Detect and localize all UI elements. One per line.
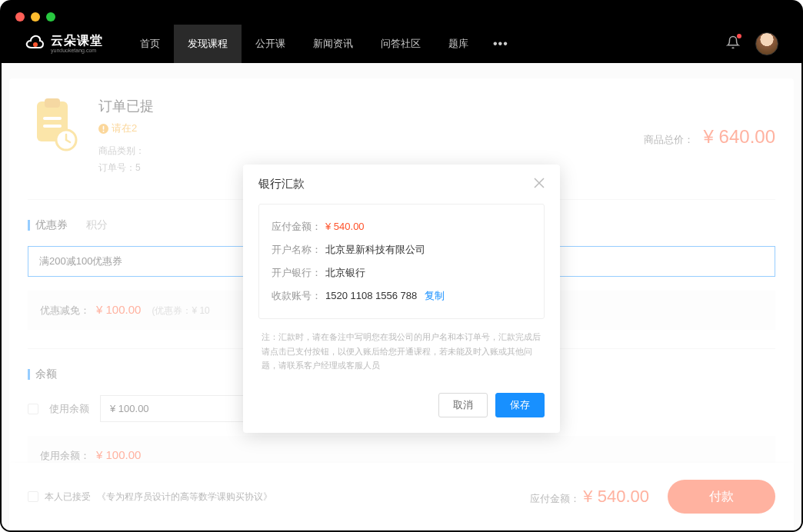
logo-subtext: yunduoketang.com — [51, 48, 103, 53]
app-header: 云朵课堂 yunduoketang.com 首页 发现课程 公开课 新闻资讯 问… — [2, 2, 801, 63]
logo[interactable]: 云朵课堂 yunduoketang.com — [25, 35, 103, 53]
account-name-label: 开户名称： — [272, 243, 325, 257]
account-no-value: 1520 1108 1556 788 — [325, 290, 417, 301]
window-maximize-dot[interactable] — [46, 12, 55, 22]
save-button[interactable]: 保存 — [495, 393, 545, 417]
more-icon: ••• — [493, 37, 508, 51]
nav-more[interactable]: ••• — [482, 25, 519, 63]
notification-dot — [737, 34, 741, 38]
nav-home[interactable]: 首页 — [126, 25, 174, 63]
cloud-logo-icon — [25, 35, 46, 53]
nav-news[interactable]: 新闻资讯 — [299, 25, 367, 63]
svg-point-0 — [33, 42, 38, 47]
close-icon — [534, 178, 545, 188]
user-avatar[interactable] — [755, 32, 778, 55]
copy-button[interactable]: 复制 — [425, 289, 445, 303]
cancel-button[interactable]: 取消 — [438, 393, 488, 417]
nav-bank[interactable]: 题库 — [435, 25, 482, 63]
window-close-dot[interactable] — [15, 12, 25, 22]
window-minimize-dot[interactable] — [31, 12, 40, 22]
nav-discover[interactable]: 发现课程 — [174, 25, 242, 63]
bank-label: 开户银行： — [272, 266, 325, 280]
bank-value: 北京银行 — [325, 266, 365, 280]
modal-title: 银行汇款 — [258, 177, 305, 191]
bank-info-box: 应付金额： ¥ 540.00 开户名称： 北京昱新科技有限公司 开户银行： 北京… — [258, 204, 545, 319]
amount-label: 应付金额： — [272, 220, 325, 234]
notifications-button[interactable] — [726, 35, 740, 52]
nav-qa[interactable]: 问答社区 — [367, 25, 435, 63]
logo-text: 云朵课堂 — [51, 35, 103, 47]
amount-value: ¥ 540.00 — [325, 221, 365, 232]
account-name-value: 北京昱新科技有限公司 — [325, 243, 425, 257]
account-no-label: 收款账号： — [272, 289, 325, 303]
nav-public[interactable]: 公开课 — [242, 25, 299, 63]
bank-transfer-modal: 银行汇款 应付金额： ¥ 540.00 开户名称： 北京昱新科技有限公司 — [243, 165, 560, 433]
main-nav: 首页 发现课程 公开课 新闻资讯 问答社区 题库 ••• — [126, 25, 519, 63]
modal-close-button[interactable] — [534, 178, 545, 191]
modal-note: 注：汇款时，请在备注中写明您在我公司的用户名和本订单号，汇款完成后请点击已支付按… — [258, 319, 545, 384]
modal-backdrop[interactable]: 银行汇款 应付金额： ¥ 540.00 开户名称： 北京昱新科技有限公司 — [2, 63, 801, 530]
window-controls — [15, 12, 55, 22]
